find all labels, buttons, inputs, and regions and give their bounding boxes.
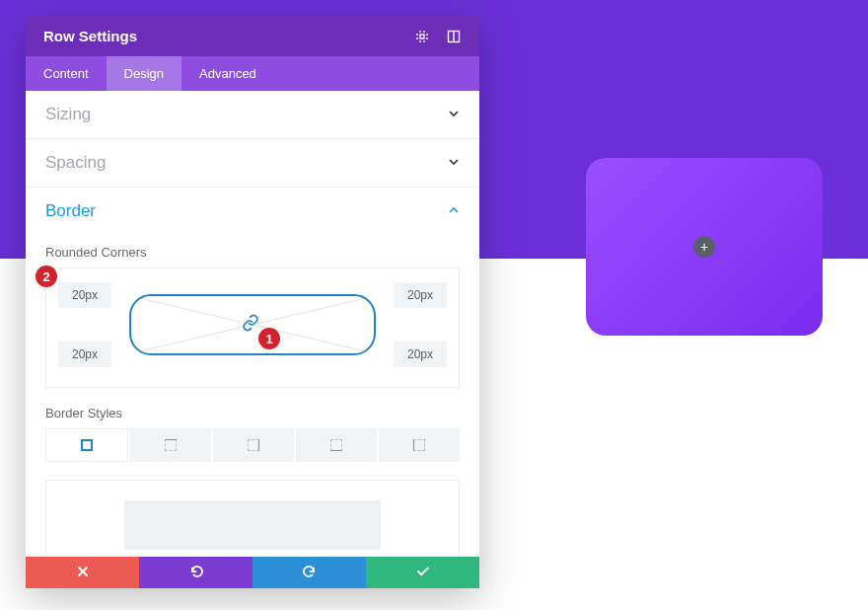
plus-icon: + (700, 240, 708, 254)
corner-top-left-input[interactable] (58, 282, 111, 308)
rounded-corners-label: Rounded Corners (45, 245, 460, 260)
tab-content[interactable]: Content (26, 56, 107, 91)
border-styles-label: Border Styles (45, 406, 460, 420)
square-icon (81, 439, 93, 451)
check-icon (416, 565, 430, 581)
square-right-icon (248, 439, 259, 451)
crosshair-icon[interactable] (414, 29, 430, 44)
section-border-toggle[interactable]: Border (26, 188, 479, 235)
row-settings-panel: Row Settings Content Design Advanced (26, 16, 479, 588)
undo-icon (189, 565, 203, 581)
panel-header: Row Settings (26, 16, 479, 56)
chevron-down-icon (448, 156, 460, 171)
border-style-all[interactable] (45, 428, 128, 462)
close-icon (77, 565, 89, 580)
section-spacing: Spacing (26, 139, 479, 188)
panel-body[interactable]: Sizing Spacing Border R (26, 91, 479, 557)
rounded-corners-control: 2 1 (45, 267, 460, 388)
link-corners-toggle[interactable]: 1 (129, 294, 376, 355)
section-border: Border Rounded Corners 2 (26, 188, 479, 557)
settings-tabs: Content Design Advanced (26, 56, 479, 91)
corner-bottom-right-input[interactable] (394, 342, 447, 367)
undo-button[interactable] (139, 557, 253, 588)
section-border-body: Rounded Corners 2 (26, 245, 479, 557)
section-sizing-label: Sizing (45, 105, 91, 124)
corner-grid: 1 (58, 282, 447, 367)
square-top-icon (165, 439, 177, 451)
panel-title: Row Settings (43, 28, 137, 44)
section-sizing-toggle[interactable]: Sizing (26, 91, 479, 138)
border-preview-inner (124, 500, 381, 550)
border-style-bottom[interactable] (296, 428, 377, 462)
section-sizing: Sizing (26, 91, 479, 139)
svg-rect-0 (420, 35, 424, 38)
redo-icon (303, 565, 317, 581)
border-preview-box (45, 480, 460, 557)
corner-top-right-input[interactable] (394, 282, 447, 308)
chevron-up-icon (448, 204, 460, 219)
tab-advanced[interactable]: Advanced (181, 56, 274, 91)
chevron-down-icon (448, 108, 460, 122)
section-spacing-toggle[interactable]: Spacing (26, 139, 479, 187)
tab-design[interactable]: Design (107, 56, 181, 91)
square-left-icon (413, 439, 425, 451)
border-style-top[interactable] (130, 428, 211, 462)
row-preview-card: + (586, 158, 823, 336)
link-icon (242, 314, 259, 337)
save-button[interactable] (366, 557, 479, 588)
border-style-right[interactable] (213, 428, 294, 462)
add-module-button[interactable]: + (693, 236, 715, 258)
redo-button[interactable] (253, 557, 366, 588)
section-border-label: Border (45, 201, 96, 221)
callout-marker-2: 2 (36, 266, 57, 287)
panel-footer (26, 557, 479, 588)
callout-marker-1: 1 (258, 328, 280, 349)
border-style-left[interactable] (379, 428, 460, 462)
square-bottom-icon (330, 439, 342, 451)
section-spacing-label: Spacing (45, 153, 106, 173)
columns-icon[interactable] (446, 29, 462, 44)
panel-header-icons (414, 29, 462, 44)
corner-bottom-left-input[interactable] (58, 342, 111, 367)
cancel-button[interactable] (26, 557, 139, 588)
border-style-selector (45, 428, 460, 462)
